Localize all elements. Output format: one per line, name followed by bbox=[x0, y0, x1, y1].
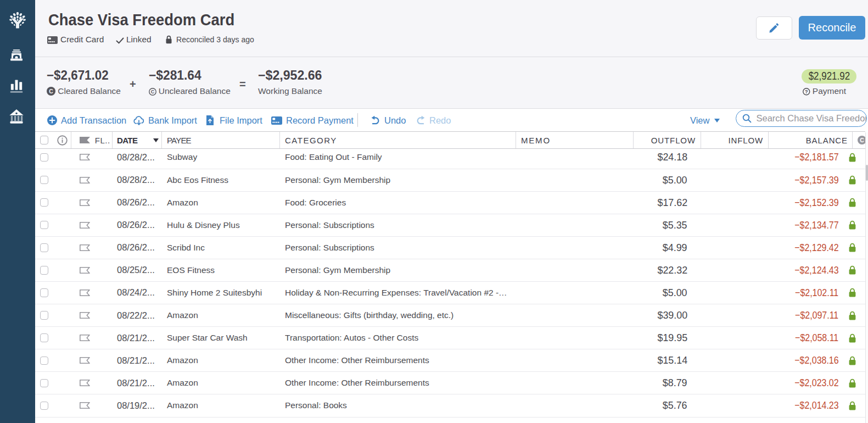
svg-text:C: C bbox=[49, 88, 53, 94]
svg-text:C: C bbox=[150, 89, 154, 94]
svg-text:?: ? bbox=[805, 89, 808, 94]
svg-text:C: C bbox=[860, 137, 864, 143]
